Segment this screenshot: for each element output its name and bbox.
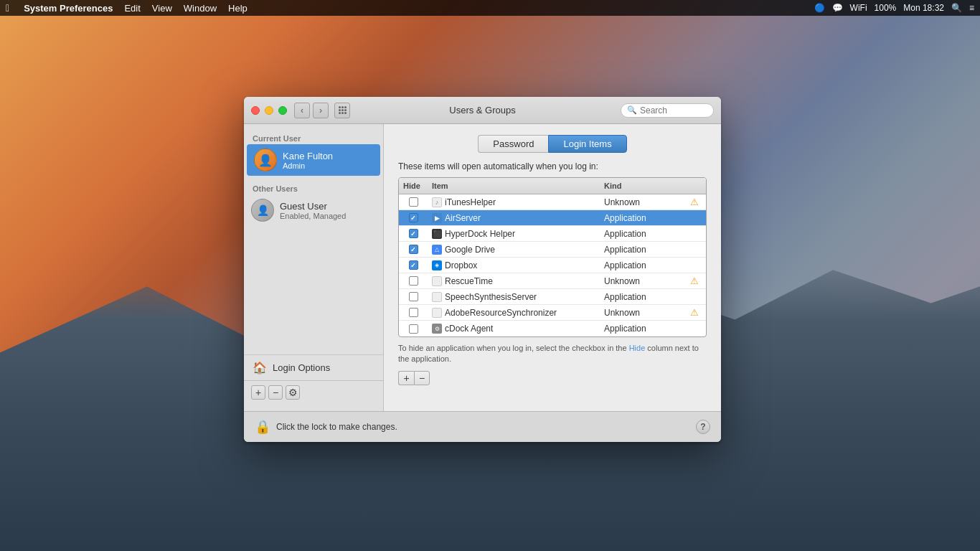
help-menu[interactable]: Help — [228, 3, 248, 14]
hide-checkbox[interactable] — [409, 213, 418, 222]
grid-view-button[interactable] — [334, 103, 350, 118]
other-users-label: Other Users — [244, 182, 383, 194]
kind-cell: Application — [600, 227, 686, 240]
remove-user-button[interactable]: − — [268, 385, 283, 400]
hide-checkbox[interactable] — [409, 324, 418, 334]
warn-cell — [686, 232, 706, 235]
hide-checkbox[interactable] — [409, 308, 418, 317]
window-body: Current User 👤 Kane Fulton Admin Other U… — [244, 124, 721, 411]
search-box[interactable]: 🔍 — [621, 103, 714, 118]
tab-password[interactable]: Password — [478, 135, 548, 153]
title-bar: ‹ › Users & Groups 🔍 — [244, 97, 721, 124]
menubar-time: Mon 18:32 — [903, 3, 944, 13]
description-text: These items will open automatically when… — [398, 161, 707, 171]
table-row[interactable]: ◈Dropbox Application — [399, 258, 706, 273]
apple-menu[interactable]:  — [6, 2, 9, 14]
hide-cell[interactable] — [399, 259, 428, 271]
item-cell: AdobeResourceSynchronizer — [428, 306, 600, 319]
menubar-icon-circle: 🔵 — [814, 3, 825, 13]
lock-icon[interactable]: 🔒 — [255, 419, 270, 435]
warn-cell — [686, 217, 706, 220]
table-row[interactable]: RescueTime Unknown ⚠ — [399, 273, 706, 289]
hide-cell[interactable] — [399, 291, 428, 303]
tabs: Password Login Items — [398, 135, 707, 153]
header-kind: Kind — [600, 180, 686, 192]
window-footer: 🔒 Click the lock to make changes. ? — [244, 411, 721, 442]
add-user-button[interactable]: + — [251, 385, 265, 400]
hide-cell[interactable] — [399, 323, 428, 335]
menu-bar:  System Preferences Edit View Window He… — [0, 0, 980, 16]
users-groups-window: ‹ › Users & Groups 🔍 Current User 👤 Kane… — [244, 97, 721, 442]
current-user-item[interactable]: 👤 Kane Fulton Admin — [247, 144, 380, 176]
table-row[interactable]: ▶AirServer Application — [399, 210, 706, 226]
item-cell: RescueTime — [428, 275, 600, 288]
menubar-icon-wifi: WiFi — [850, 3, 867, 13]
item-cell: ⬛HyperDock Helper — [428, 227, 600, 240]
warn-cell: ⚠ — [686, 195, 706, 209]
table-row[interactable]: AdobeResourceSynchronizer Unknown ⚠ — [399, 305, 706, 321]
kind-cell: Unknown — [600, 275, 686, 288]
main-content: Password Login Items These items will op… — [384, 124, 721, 411]
kind-cell: Application — [600, 322, 686, 335]
search-icon: 🔍 — [627, 105, 637, 115]
edit-menu[interactable]: Edit — [124, 3, 140, 14]
table-row[interactable]: ⬛HyperDock Helper Application — [399, 226, 706, 242]
hide-checkbox[interactable] — [409, 229, 418, 238]
app-name-menu[interactable]: System Preferences — [24, 3, 113, 14]
menubar-search-icon[interactable]: 🔍 — [951, 3, 962, 13]
login-options-label: Login Options — [273, 362, 330, 373]
current-user-label: Current User — [244, 131, 383, 144]
table-row[interactable]: SpeechSynthesisServer Application — [399, 289, 706, 305]
item-cell: △Google Drive — [428, 243, 600, 256]
hide-cell[interactable] — [399, 243, 428, 255]
menubar-list-icon[interactable]: ≡ — [969, 3, 974, 13]
warn-cell — [686, 264, 706, 267]
guest-user-item[interactable]: 👤 Guest User Enabled, Managed — [244, 194, 383, 226]
warning-icon: ⚠ — [690, 197, 699, 207]
hide-cell[interactable] — [399, 275, 428, 287]
view-menu[interactable]: View — [152, 3, 172, 14]
table-row[interactable]: ♪iTunesHelper Unknown ⚠ — [399, 194, 706, 210]
search-input[interactable] — [640, 105, 707, 116]
warn-cell — [686, 327, 706, 330]
table-actions: + − — [398, 371, 707, 385]
hide-checkbox[interactable] — [409, 197, 418, 207]
close-button[interactable] — [251, 106, 260, 115]
tab-login-items[interactable]: Login Items — [548, 135, 626, 153]
hide-cell[interactable] — [399, 196, 428, 208]
help-button[interactable]: ? — [696, 420, 710, 434]
kind-cell: Application — [600, 212, 686, 225]
item-cell: ⚙cDock Agent — [428, 322, 600, 335]
traffic-lights — [251, 106, 287, 115]
hide-cell[interactable] — [399, 306, 428, 319]
kind-cell: Unknown — [600, 306, 686, 319]
menubar-battery: 100% — [875, 3, 897, 13]
hide-cell[interactable] — [399, 227, 428, 240]
item-cell: ◈Dropbox — [428, 259, 600, 272]
login-options-item[interactable]: 🏠 Login Options — [244, 354, 383, 380]
header-hide: Hide — [399, 180, 428, 192]
back-button[interactable]: ‹ — [294, 103, 310, 118]
hide-checkbox[interactable] — [409, 276, 418, 286]
hide-cell[interactable] — [399, 212, 428, 224]
minimize-button[interactable] — [265, 106, 273, 115]
user-options-button[interactable]: ⚙ — [286, 385, 300, 400]
guest-user-info: Guest User Enabled, Managed — [280, 201, 376, 220]
current-user-avatar: 👤 — [254, 149, 277, 171]
maximize-button[interactable] — [278, 106, 287, 115]
item-cell: SpeechSynthesisServer — [428, 291, 600, 303]
table-row[interactable]: △Google Drive Application — [399, 242, 706, 258]
window-menu[interactable]: Window — [184, 3, 217, 14]
warning-icon: ⚠ — [690, 276, 699, 286]
table-row[interactable]: ⚙cDock Agent Application — [399, 321, 706, 336]
hide-checkbox[interactable] — [409, 245, 418, 254]
lock-text: Click the lock to make changes. — [276, 422, 397, 432]
item-cell: ♪iTunesHelper — [428, 196, 600, 209]
add-item-button[interactable]: + — [398, 371, 414, 385]
hide-checkbox[interactable] — [409, 260, 418, 270]
current-user-name: Kane Fulton — [283, 151, 373, 161]
forward-button[interactable]: › — [313, 103, 329, 118]
remove-item-button[interactable]: − — [414, 371, 430, 385]
hide-checkbox[interactable] — [409, 292, 418, 301]
kind-cell: Unknown — [600, 196, 686, 209]
